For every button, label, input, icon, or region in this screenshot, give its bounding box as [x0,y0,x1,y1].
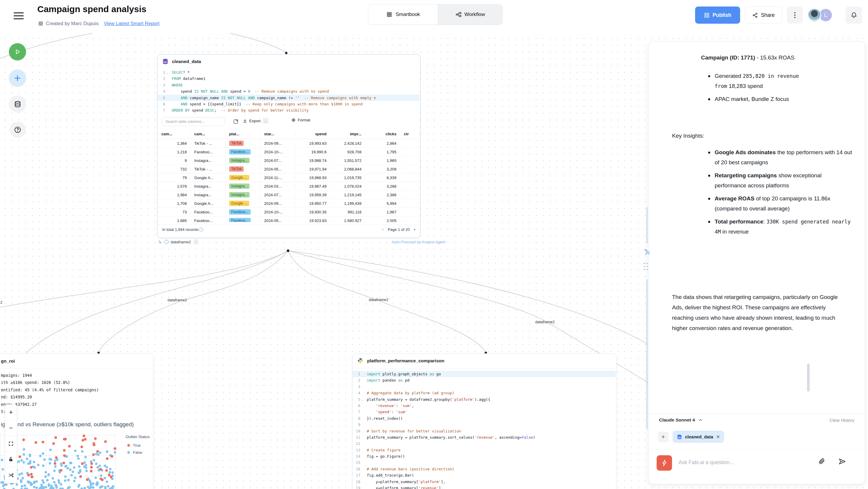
view-latest-smart-report-link[interactable]: View Latest Smart Report [104,21,160,26]
scatter-point [107,485,109,488]
node-platform-performance-comparison[interactable]: platform_performance_comparison 1import … [352,354,616,489]
scatter-point [26,458,28,460]
column-header[interactable]: impr... [330,132,365,136]
context-chip[interactable]: SQL cleaned_data [673,431,724,443]
column-header[interactable]: cam... [191,132,225,136]
scatter-legend[interactable]: Outlier Status True False [126,434,150,455]
response-paragraph: The data shows that retargeting campaign… [672,292,838,333]
node-title-fragment: gn_roi [1,359,15,364]
table-row[interactable]: 73Faceboo...Faceboo...2024-10-...19,930.… [158,208,420,216]
column-header[interactable]: star... [260,132,296,136]
table-row[interactable]: 1,685Faceboo...Faceboo...2024-05...19,92… [158,216,420,222]
help-button[interactable] [9,122,26,138]
drag-handle-icon[interactable] [644,263,648,270]
table-cell: 73 [158,210,191,214]
share-button[interactable]: Share [745,6,782,24]
autoscale-button[interactable] [5,436,17,452]
output-port[interactable] [287,249,289,252]
table-cell: 2,864 [365,141,400,146]
column-header[interactable]: clicks [365,132,400,136]
output-dataframe-label[interactable]: dataframe2 [171,240,191,244]
result-table[interactable]: cam...cam...plat...star...spendimpr...cl… [158,129,420,222]
lightning-bolt-icon [661,459,668,466]
avatar-photo[interactable] [808,8,821,22]
add-node-button[interactable] [9,69,26,87]
sql-database-icon: SQL [162,58,168,64]
column-header[interactable]: plat... [225,132,260,136]
table-row[interactable]: 1,578Instagra...Instagra...2024-03...19,… [158,182,420,191]
table-row[interactable]: 1,984Instagra...Instagra...2024-07...19,… [158,191,420,199]
scatter-point [81,488,83,489]
notifications-button[interactable] [845,6,862,24]
legend-item-true[interactable]: True [127,443,150,448]
scatter-point [87,486,89,488]
remove-context-icon[interactable] [716,435,720,439]
table-search-input[interactable]: Search table columns... [162,117,225,126]
table-row[interactable]: 1,218Faceboo...Faceboo...2024-10-...19,9… [158,148,420,156]
workflow-icon [456,11,462,18]
publish-grid-icon [704,12,710,18]
scatter-point [100,475,102,477]
scatter-point [55,484,57,486]
scatter-point [77,455,79,457]
column-header[interactable]: spend [296,132,330,136]
table-cell: Google A... [191,201,225,206]
output-menu-icon[interactable]: ⋮ [194,239,198,245]
zoom-in-button[interactable]: + [5,405,17,420]
expand-table-icon[interactable] [233,119,238,124]
table-cell: Faceboo... [191,218,225,222]
clear-history-button[interactable]: Clear History [799,418,855,423]
column-header[interactable]: ctr [400,132,420,136]
code-line: 17fig.add_trace(go.Bar( [352,472,616,478]
table-row[interactable]: 79Google A...Google ...2024-11-...19,968… [158,174,420,182]
lock-axes-button[interactable] [5,452,17,467]
add-context-button[interactable]: + [658,432,669,442]
scatter-point [23,461,25,463]
format-button[interactable]: Format [291,118,310,122]
scatter-point [104,464,106,467]
publish-button[interactable]: Publish [695,6,740,24]
input-port[interactable] [285,52,287,54]
shuffle-button[interactable] [5,467,17,483]
scatter-point [69,468,71,471]
unpin-icon[interactable] [643,248,651,256]
data-sources-button[interactable] [9,96,26,113]
scatter-point [18,460,20,463]
model-selector[interactable]: Claude Sonnet 4 [659,417,703,423]
platform-badge-cell: Google ... [225,201,260,206]
tab-smartbook[interactable]: Smartbook [368,4,438,25]
more-options-button[interactable] [787,6,803,24]
scatter-point [22,477,24,479]
export-dropdown-chevron[interactable]: ⌄ [262,118,269,124]
sql-editor[interactable]: 1⌄SELECT *2FROM dataframe13WHERE4 spend … [157,69,420,114]
python-editor[interactable]: 1import plotly.graph_objects as go2impor… [352,371,616,489]
table-row[interactable]: 1,364TikTok - ...TikTok2024-09...19,993.… [158,139,420,148]
table-row[interactable]: 732TikTok - ...TikTok2024-05...19,971.94… [158,165,420,174]
node-cleaned-data[interactable]: SQL cleaned_data 1⌄SELECT *2FROM datafra… [157,54,421,238]
table-row[interactable]: 9Instagra...Instagra...2024-07...19,988.… [158,156,420,165]
hamburger-menu-icon[interactable] [13,12,24,20]
send-icon[interactable] [838,458,846,465]
legend-label-false: False [133,450,142,455]
table-row[interactable]: 1,708Google A...Google ...2024-09...19,9… [158,199,420,208]
panel-scrollbar[interactable] [807,364,810,392]
chat-input[interactable]: Ask Fabi.ai a question... [679,459,734,466]
export-button[interactable]: Export ⌄ [243,118,269,124]
scatter-point [42,441,44,444]
scatter-point [30,473,33,476]
svg-text:SQL: SQL [678,436,681,438]
dataframe-diamond-icon [164,240,169,245]
attachment-paperclip-icon[interactable] [818,458,825,465]
zoom-out-button[interactable]: − [5,420,17,436]
chevron-up-icon [699,418,703,422]
run-workflow-button[interactable] [9,43,26,60]
page-indicator: Page 1 of 20 [388,227,410,232]
scatter-point [92,483,94,485]
tab-workflow[interactable]: Workflow [438,4,502,25]
scatter-point [5,483,7,486]
column-header[interactable]: cam... [158,132,191,136]
legend-item-false[interactable]: False [127,450,150,455]
table-cell: 2024-10-... [260,150,296,154]
prev-page-button[interactable]: ‹ [382,227,384,232]
next-page-button[interactable]: › [414,227,415,232]
